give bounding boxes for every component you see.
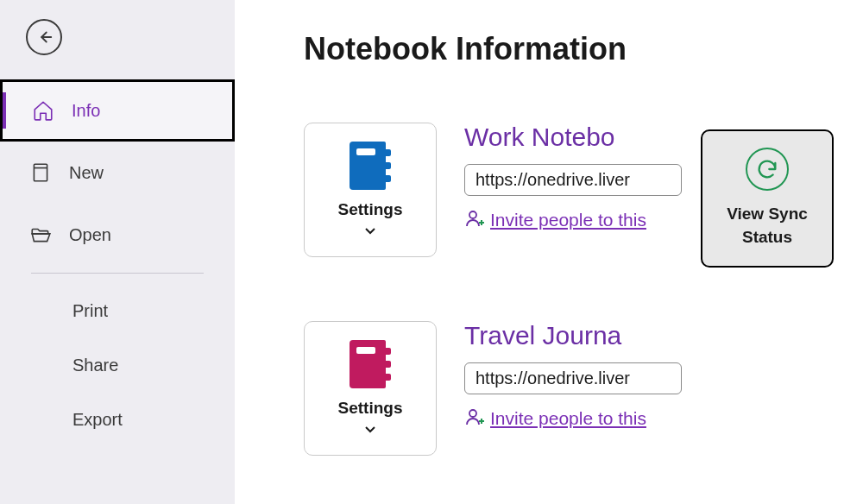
- nav-label: New: [69, 163, 104, 183]
- settings-label: Settings: [338, 399, 403, 418]
- sidebar-divider: [31, 273, 204, 274]
- subnav-label: Print: [72, 301, 108, 320]
- sync-icon: [746, 148, 789, 191]
- right-panel: View Sync Status: [682, 0, 844, 504]
- notebook-red-icon: [350, 340, 391, 388]
- home-icon: [32, 99, 54, 122]
- sync-label: View Sync Status: [727, 203, 808, 249]
- nav-open[interactable]: Open: [0, 204, 235, 266]
- settings-label: Settings: [338, 200, 403, 219]
- notebook-details: Travel Journa https://onedrive.liver Inv…: [464, 321, 682, 431]
- nav-label: Open: [69, 225, 111, 245]
- notebook-url-field[interactable]: https://onedrive.liver: [464, 362, 682, 394]
- subnav-label: Export: [72, 410, 123, 429]
- notebook-blue-icon: [350, 142, 391, 190]
- notebook-url-field[interactable]: https://onedrive.liver: [464, 164, 682, 196]
- subnav-print[interactable]: Print: [0, 284, 235, 338]
- person-add-icon: [464, 208, 485, 232]
- subnav-export[interactable]: Export: [0, 393, 235, 447]
- nav-label: Info: [72, 101, 100, 121]
- notebook-row: Settings Work Notebo https://onedrive.li…: [304, 123, 682, 257]
- notebook-title: Work Notebo: [464, 123, 682, 152]
- svg-point-3: [469, 410, 476, 417]
- back-button[interactable]: [26, 19, 62, 55]
- subnav-share[interactable]: Share: [0, 338, 235, 393]
- notebook-icon: [29, 161, 52, 184]
- content-pane: Notebook Information Settings Work Noteb…: [235, 0, 682, 504]
- nav-info[interactable]: Info: [0, 79, 235, 142]
- nav-new[interactable]: New: [0, 142, 235, 204]
- invite-link[interactable]: Invite people to this: [490, 210, 646, 230]
- invite-link[interactable]: Invite people to this: [490, 408, 646, 429]
- subnav-label: Share: [72, 356, 118, 375]
- chevron-down-icon: [364, 223, 376, 238]
- notebook-title: Travel Journa: [464, 321, 682, 350]
- backstage-sidebar: Info New Open Print Share Export: [0, 0, 235, 504]
- view-sync-status-button[interactable]: View Sync Status: [701, 129, 834, 268]
- notebook-details: Work Notebo https://onedrive.liver Invit…: [464, 123, 682, 232]
- notebook-row: Settings Travel Journa https://onedrive.…: [304, 321, 682, 456]
- invite-row: Invite people to this: [464, 406, 682, 431]
- back-arrow-icon: [35, 28, 54, 47]
- page-title: Notebook Information: [304, 31, 682, 67]
- notebook-settings-button[interactable]: Settings: [304, 123, 437, 257]
- folder-open-icon: [29, 224, 52, 246]
- invite-row: Invite people to this: [464, 208, 682, 232]
- chevron-down-icon: [364, 421, 376, 437]
- svg-point-2: [469, 211, 476, 218]
- main-area: Notebook Information Settings Work Noteb…: [235, 0, 844, 504]
- person-add-icon: [464, 406, 485, 431]
- notebook-settings-button[interactable]: Settings: [304, 321, 437, 456]
- svg-rect-0: [34, 164, 47, 181]
